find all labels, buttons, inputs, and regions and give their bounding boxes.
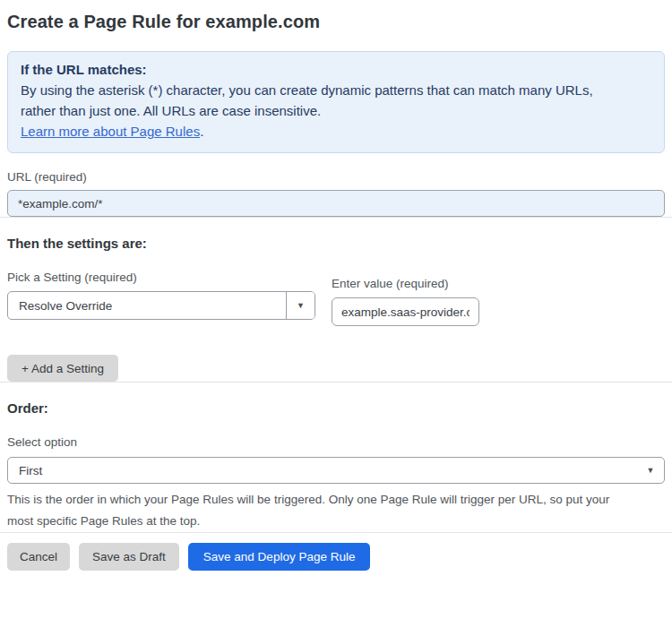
info-box-link-line: Learn more about Page Rules. (21, 121, 651, 142)
order-help-text: This is the order in which your Page Rul… (7, 489, 665, 532)
pick-setting-selected-value: Resolve Override (8, 299, 286, 313)
enter-value-column: Enter value (required) (332, 271, 479, 326)
url-match-info-box: If the URL matches: By using the asteris… (7, 51, 665, 153)
create-page-rule-form: Create a Page Rule for example.com If th… (0, 12, 672, 571)
url-label: URL (required) (7, 170, 665, 184)
pick-setting-select[interactable]: Resolve Override ▼ (7, 291, 315, 320)
chevron-down-glyph: ▼ (297, 302, 305, 310)
pick-setting-column: Pick a Setting (required) Resolve Overri… (7, 271, 315, 320)
info-box-heading: If the URL matches: (21, 59, 651, 80)
footer-divider (0, 532, 672, 533)
enter-value-label: Enter value (required) (332, 277, 479, 290)
order-help-line: This is the order in which your Page Rul… (7, 489, 665, 511)
chevron-down-icon: ▼ (637, 467, 664, 475)
order-section-heading: Order: (7, 400, 665, 416)
chevron-down-icon[interactable]: ▼ (286, 292, 314, 319)
link-suffix-text: . (200, 124, 203, 139)
order-help-line: most specific Page Rules at the top. (7, 511, 665, 532)
chevron-down-glyph: ▼ (647, 467, 655, 475)
learn-more-page-rules-link[interactable]: Learn more about Page Rules (21, 124, 200, 139)
url-input[interactable] (7, 190, 665, 217)
order-select[interactable]: First ▼ (7, 457, 665, 484)
section-divider (0, 382, 672, 383)
page-title: Create a Page Rule for example.com (7, 12, 665, 32)
pick-setting-label: Pick a Setting (required) (7, 271, 315, 284)
order-selected-value: First (8, 464, 637, 477)
settings-section-heading: Then the settings are: (7, 236, 665, 251)
save-as-draft-button[interactable]: Save as Draft (79, 543, 179, 571)
setting-value-input[interactable] (332, 297, 479, 326)
add-setting-button[interactable]: + Add a Setting (7, 355, 118, 382)
order-select-label: Select option (7, 435, 665, 449)
cancel-button[interactable]: Cancel (7, 543, 70, 571)
save-and-deploy-button[interactable]: Save and Deploy Page Rule (188, 543, 371, 571)
info-box-text-line: rather than just one. All URLs are case … (21, 100, 651, 121)
setting-row: Pick a Setting (required) Resolve Overri… (7, 271, 665, 326)
info-box-text-line: By using the asterisk (*) character, you… (21, 80, 651, 100)
section-divider (0, 217, 672, 218)
footer-actions: Cancel Save as Draft Save and Deploy Pag… (7, 543, 665, 571)
